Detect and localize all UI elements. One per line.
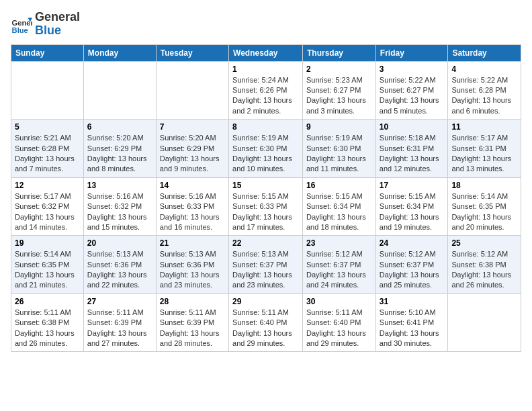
calendar-cell: 10Sunrise: 5:18 AMSunset: 6:31 PMDayligh… bbox=[375, 120, 448, 178]
day-number: 30 bbox=[306, 297, 372, 306]
calendar-cell: 13Sunrise: 5:16 AMSunset: 6:32 PMDayligh… bbox=[83, 177, 156, 236]
svg-text:Blue: Blue bbox=[12, 26, 28, 34]
calendar-cell: 25Sunrise: 5:12 AMSunset: 6:38 PMDayligh… bbox=[448, 236, 521, 294]
day-info: Sunrise: 5:19 AMSunset: 6:30 PMDaylight:… bbox=[232, 133, 299, 175]
calendar-cell: 27Sunrise: 5:11 AMSunset: 6:39 PMDayligh… bbox=[83, 293, 156, 352]
day-number: 19 bbox=[15, 238, 80, 248]
calendar-cell: 11Sunrise: 5:17 AMSunset: 6:31 PMDayligh… bbox=[448, 120, 521, 178]
day-info: Sunrise: 5:10 AMSunset: 6:41 PMDaylight:… bbox=[380, 308, 445, 349]
day-info: Sunrise: 5:16 AMSunset: 6:33 PMDaylight:… bbox=[160, 191, 225, 233]
day-info: Sunrise: 5:15 AMSunset: 6:34 PMDaylight:… bbox=[306, 191, 372, 233]
calendar-cell bbox=[11, 61, 84, 120]
day-info: Sunrise: 5:22 AMSunset: 6:28 PMDaylight:… bbox=[451, 75, 517, 117]
calendar-cell: 23Sunrise: 5:12 AMSunset: 6:37 PMDayligh… bbox=[303, 236, 376, 294]
day-number: 5 bbox=[15, 122, 80, 132]
page-header: General Blue GeneralBlue bbox=[11, 11, 521, 38]
day-header-thursday: Thursday bbox=[303, 44, 376, 61]
calendar-cell: 8Sunrise: 5:19 AMSunset: 6:30 PMDaylight… bbox=[229, 120, 303, 178]
calendar-cell: 20Sunrise: 5:13 AMSunset: 6:36 PMDayligh… bbox=[83, 236, 156, 294]
calendar-cell bbox=[448, 293, 521, 352]
calendar-cell: 26Sunrise: 5:11 AMSunset: 6:38 PMDayligh… bbox=[11, 293, 84, 352]
day-number: 18 bbox=[451, 181, 517, 190]
day-number: 26 bbox=[15, 297, 80, 306]
calendar-cell: 21Sunrise: 5:13 AMSunset: 6:36 PMDayligh… bbox=[156, 236, 228, 294]
calendar-table: SundayMondayTuesdayWednesdayThursdayFrid… bbox=[11, 44, 521, 353]
day-info: Sunrise: 5:15 AMSunset: 6:34 PMDaylight:… bbox=[380, 191, 445, 233]
logo-text: GeneralBlue bbox=[35, 11, 80, 38]
calendar-cell bbox=[156, 61, 228, 120]
day-info: Sunrise: 5:17 AMSunset: 6:32 PMDaylight:… bbox=[15, 191, 80, 233]
day-number: 16 bbox=[306, 181, 372, 190]
calendar-cell: 28Sunrise: 5:11 AMSunset: 6:39 PMDayligh… bbox=[156, 293, 228, 352]
day-info: Sunrise: 5:20 AMSunset: 6:29 PMDaylight:… bbox=[160, 133, 225, 175]
calendar-cell: 7Sunrise: 5:20 AMSunset: 6:29 PMDaylight… bbox=[156, 120, 228, 178]
logo: General Blue GeneralBlue bbox=[11, 11, 80, 38]
logo-icon: General Blue bbox=[11, 13, 32, 35]
day-info: Sunrise: 5:22 AMSunset: 6:27 PMDaylight:… bbox=[380, 75, 445, 117]
day-info: Sunrise: 5:11 AMSunset: 6:39 PMDaylight:… bbox=[87, 308, 152, 349]
day-number: 28 bbox=[160, 297, 225, 306]
day-header-tuesday: Tuesday bbox=[156, 44, 228, 61]
calendar-cell: 5Sunrise: 5:21 AMSunset: 6:28 PMDaylight… bbox=[11, 120, 84, 178]
calendar-cell: 30Sunrise: 5:11 AMSunset: 6:40 PMDayligh… bbox=[303, 293, 376, 352]
day-number: 4 bbox=[451, 64, 517, 74]
day-number: 15 bbox=[232, 181, 299, 190]
day-number: 29 bbox=[232, 297, 299, 306]
day-number: 7 bbox=[160, 122, 225, 132]
calendar-cell: 1Sunrise: 5:24 AMSunset: 6:26 PMDaylight… bbox=[229, 61, 303, 120]
day-info: Sunrise: 5:11 AMSunset: 6:40 PMDaylight:… bbox=[306, 308, 372, 349]
day-info: Sunrise: 5:12 AMSunset: 6:37 PMDaylight:… bbox=[306, 249, 372, 291]
day-header-wednesday: Wednesday bbox=[229, 44, 303, 61]
day-number: 23 bbox=[306, 238, 372, 248]
day-number: 20 bbox=[87, 238, 152, 248]
calendar-cell: 22Sunrise: 5:13 AMSunset: 6:37 PMDayligh… bbox=[229, 236, 303, 294]
day-info: Sunrise: 5:24 AMSunset: 6:26 PMDaylight:… bbox=[232, 75, 299, 117]
day-number: 27 bbox=[87, 297, 152, 306]
day-header-friday: Friday bbox=[375, 44, 448, 61]
day-number: 31 bbox=[380, 297, 445, 306]
day-header-saturday: Saturday bbox=[448, 44, 521, 61]
day-info: Sunrise: 5:13 AMSunset: 6:36 PMDaylight:… bbox=[160, 249, 225, 291]
day-info: Sunrise: 5:14 AMSunset: 6:35 PMDaylight:… bbox=[451, 191, 517, 233]
day-number: 6 bbox=[87, 122, 152, 132]
day-info: Sunrise: 5:12 AMSunset: 6:37 PMDaylight:… bbox=[380, 249, 445, 291]
calendar-cell: 31Sunrise: 5:10 AMSunset: 6:41 PMDayligh… bbox=[375, 293, 448, 352]
day-number: 13 bbox=[87, 181, 152, 190]
day-number: 17 bbox=[380, 181, 445, 190]
day-number: 21 bbox=[160, 238, 225, 248]
day-header-monday: Monday bbox=[83, 44, 156, 61]
calendar-cell: 24Sunrise: 5:12 AMSunset: 6:37 PMDayligh… bbox=[375, 236, 448, 294]
calendar-cell: 17Sunrise: 5:15 AMSunset: 6:34 PMDayligh… bbox=[375, 177, 448, 236]
day-number: 22 bbox=[232, 238, 299, 248]
day-number: 24 bbox=[380, 238, 445, 248]
calendar-cell: 15Sunrise: 5:15 AMSunset: 6:33 PMDayligh… bbox=[229, 177, 303, 236]
calendar-cell: 16Sunrise: 5:15 AMSunset: 6:34 PMDayligh… bbox=[303, 177, 376, 236]
calendar-cell: 9Sunrise: 5:19 AMSunset: 6:30 PMDaylight… bbox=[303, 120, 376, 178]
day-info: Sunrise: 5:20 AMSunset: 6:29 PMDaylight:… bbox=[87, 133, 152, 175]
day-info: Sunrise: 5:13 AMSunset: 6:37 PMDaylight:… bbox=[232, 249, 299, 291]
day-info: Sunrise: 5:11 AMSunset: 6:38 PMDaylight:… bbox=[15, 308, 80, 349]
day-number: 10 bbox=[380, 122, 445, 132]
calendar-cell bbox=[83, 61, 156, 120]
day-info: Sunrise: 5:21 AMSunset: 6:28 PMDaylight:… bbox=[15, 133, 80, 175]
day-info: Sunrise: 5:17 AMSunset: 6:31 PMDaylight:… bbox=[451, 133, 517, 175]
day-info: Sunrise: 5:23 AMSunset: 6:27 PMDaylight:… bbox=[306, 75, 372, 117]
calendar-cell: 6Sunrise: 5:20 AMSunset: 6:29 PMDaylight… bbox=[83, 120, 156, 178]
day-info: Sunrise: 5:11 AMSunset: 6:40 PMDaylight:… bbox=[232, 308, 299, 349]
day-info: Sunrise: 5:12 AMSunset: 6:38 PMDaylight:… bbox=[451, 249, 517, 291]
calendar-cell: 19Sunrise: 5:14 AMSunset: 6:35 PMDayligh… bbox=[11, 236, 84, 294]
day-header-sunday: Sunday bbox=[11, 44, 84, 61]
day-info: Sunrise: 5:14 AMSunset: 6:35 PMDaylight:… bbox=[15, 249, 80, 291]
day-number: 1 bbox=[232, 64, 299, 74]
day-info: Sunrise: 5:11 AMSunset: 6:39 PMDaylight:… bbox=[160, 308, 225, 349]
day-info: Sunrise: 5:13 AMSunset: 6:36 PMDaylight:… bbox=[87, 249, 152, 291]
day-number: 14 bbox=[160, 181, 225, 190]
calendar-cell: 4Sunrise: 5:22 AMSunset: 6:28 PMDaylight… bbox=[448, 61, 521, 120]
day-info: Sunrise: 5:19 AMSunset: 6:30 PMDaylight:… bbox=[306, 133, 372, 175]
day-number: 9 bbox=[306, 122, 372, 132]
calendar-cell: 12Sunrise: 5:17 AMSunset: 6:32 PMDayligh… bbox=[11, 177, 84, 236]
day-info: Sunrise: 5:16 AMSunset: 6:32 PMDaylight:… bbox=[87, 191, 152, 233]
day-number: 11 bbox=[451, 122, 517, 132]
day-info: Sunrise: 5:18 AMSunset: 6:31 PMDaylight:… bbox=[380, 133, 445, 175]
calendar-cell: 29Sunrise: 5:11 AMSunset: 6:40 PMDayligh… bbox=[229, 293, 303, 352]
